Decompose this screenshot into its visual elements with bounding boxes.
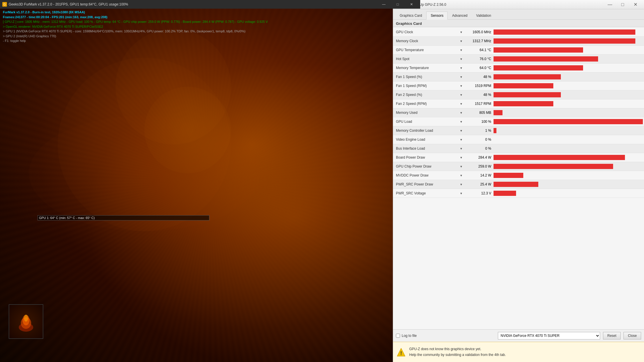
sensor-row: Video Engine Load▼0 % bbox=[393, 135, 644, 144]
furmark-info-line4: > OpenGL renderer: NVIDIA GeForce RTX 40… bbox=[3, 24, 268, 29]
sensor-row: Fan 1 Speed (%)▼48 % bbox=[393, 73, 644, 81]
sensor-row: Memory Temperature▼64.0 °C bbox=[393, 64, 644, 73]
sensor-bar-container bbox=[494, 146, 643, 151]
sensor-dropdown-arrow[interactable]: ▼ bbox=[458, 120, 465, 123]
sensor-bar bbox=[494, 92, 561, 97]
furmark-close-btn[interactable]: ✕ bbox=[405, 0, 418, 9]
gpuz-close-btn[interactable]: ✕ bbox=[629, 0, 642, 9]
sensor-name: Memory Clock bbox=[394, 39, 458, 43]
sensor-bar-container bbox=[494, 182, 643, 187]
sensor-dropdown-arrow[interactable]: ▼ bbox=[458, 183, 465, 186]
gpuz-notice-text: GPU-Z does not know this graphics device… bbox=[409, 346, 506, 357]
tab-sensors[interactable]: Sensors bbox=[426, 12, 448, 20]
sensor-dropdown-arrow[interactable]: ▼ bbox=[458, 156, 465, 159]
sensor-name: Hot Spot bbox=[394, 57, 458, 61]
sensor-value: 48 % bbox=[465, 93, 494, 97]
sensors-table: GPU Clock▼1605.0 MHzMemory Clock▼1312.7 … bbox=[393, 27, 644, 329]
sensor-bar bbox=[494, 56, 598, 62]
sensor-bar-container bbox=[494, 173, 643, 178]
sensor-bar-container bbox=[494, 83, 643, 88]
log-to-file-checkbox[interactable] bbox=[396, 334, 400, 338]
sensor-bar bbox=[494, 101, 553, 106]
sensor-dropdown-arrow[interactable]: ▼ bbox=[458, 66, 465, 70]
sensor-bar-container bbox=[494, 110, 643, 115]
sensor-name: Board Power Draw bbox=[394, 155, 458, 159]
sensor-dropdown-arrow[interactable]: ▼ bbox=[458, 49, 465, 52]
sensor-name: GPU Clock bbox=[394, 30, 458, 34]
sensor-dropdown-arrow[interactable]: ▼ bbox=[458, 138, 465, 141]
log-to-file-label[interactable]: Log to file bbox=[402, 334, 417, 338]
sensor-dropdown-arrow[interactable]: ▼ bbox=[458, 165, 465, 168]
sensor-name: MVDDC Power Draw bbox=[394, 173, 458, 177]
sensor-value: 1605.0 MHz bbox=[465, 30, 494, 34]
furmark-titlebar: G Geeks3D FurMark v1.37.2.0 - 201FPS, GP… bbox=[0, 0, 420, 9]
sensor-bar-container bbox=[494, 74, 643, 79]
sensor-dropdown-arrow[interactable]: ▼ bbox=[458, 93, 465, 96]
furmark-title: Geeks3D FurMark v1.37.2.0 - 201FPS, GPU1… bbox=[9, 2, 128, 6]
furmark-info-line7: - F1: toggle help bbox=[3, 38, 268, 43]
sensor-row: GPU Load▼100 % bbox=[393, 117, 644, 126]
sensor-value: 1519 RPM bbox=[465, 84, 494, 88]
sensor-bar bbox=[494, 191, 516, 196]
gpu-selector[interactable]: NVIDIA GeForce RTX 4070 Ti SUPER bbox=[498, 332, 600, 339]
sensor-row: Board Power Draw▼284.4 W bbox=[393, 153, 644, 162]
sensor-dropdown-arrow[interactable]: ▼ bbox=[458, 40, 465, 43]
sensor-row: MVDDC Power Draw▼14.2 W bbox=[393, 171, 644, 180]
sensor-bar bbox=[494, 47, 583, 53]
gpuz-minimize-btn[interactable]: — bbox=[604, 0, 616, 9]
sensor-dropdown-arrow[interactable]: ▼ bbox=[458, 57, 465, 61]
sensor-bar bbox=[494, 65, 583, 70]
furmark-logo bbox=[9, 304, 43, 339]
sensor-bar bbox=[494, 74, 561, 79]
sensor-value: 25.4 W bbox=[465, 182, 494, 186]
sensor-value: 0 % bbox=[465, 146, 494, 151]
sensor-name: Memory Temperature bbox=[394, 66, 458, 70]
sensor-dropdown-arrow[interactable]: ▼ bbox=[458, 111, 465, 114]
tab-validation[interactable]: Validation bbox=[472, 12, 496, 20]
sensor-bar-container bbox=[494, 47, 643, 53]
sensor-row: GPU Chip Power Draw▼259.0 W bbox=[393, 162, 644, 171]
svg-point-3 bbox=[24, 315, 28, 322]
gpuz-window-controls: — □ ✕ bbox=[604, 0, 642, 9]
sensor-dropdown-arrow[interactable]: ▼ bbox=[458, 129, 465, 132]
gpuz-maximize-btn[interactable]: □ bbox=[616, 0, 629, 9]
sensor-name: Fan 1 Speed (RPM) bbox=[394, 84, 458, 88]
furmark-info-line3: [ GPU-Z ] core: 1605 MHz - mem: 1312 MHz… bbox=[3, 19, 268, 24]
sensor-bar bbox=[494, 119, 643, 124]
close-button[interactable]: Close bbox=[623, 332, 641, 339]
gpuz-titlebar: Z TechPowerUp GPU-Z 2.56.0 — □ ✕ bbox=[393, 0, 644, 9]
sensor-dropdown-arrow[interactable]: ▼ bbox=[458, 84, 465, 88]
sensor-dropdown-arrow[interactable]: ▼ bbox=[458, 31, 465, 34]
sensor-value: 1517 RPM bbox=[465, 102, 494, 106]
sensor-dropdown-arrow[interactable]: ▼ bbox=[458, 102, 465, 105]
sensor-name: Bus Interface Load bbox=[394, 146, 458, 151]
sensor-value: 64.0 °C bbox=[465, 66, 494, 70]
sensor-name: Video Engine Load bbox=[394, 138, 458, 142]
furmark-maximize-btn[interactable]: □ bbox=[391, 0, 404, 9]
sensor-value: 12.3 V bbox=[465, 191, 494, 195]
sensor-bar-container bbox=[494, 65, 643, 70]
sensor-value: 64.1 °C bbox=[465, 48, 494, 52]
sensor-value: 14.2 W bbox=[465, 173, 494, 177]
notice-line1: GPU-Z does not know this graphics device… bbox=[409, 346, 506, 352]
sensor-bar bbox=[494, 164, 613, 169]
sensor-dropdown-arrow[interactable]: ▼ bbox=[458, 75, 465, 79]
sensor-row: PWR_SRC Voltage▼12.3 V bbox=[393, 189, 644, 198]
sensor-bar bbox=[494, 110, 502, 115]
tab-graphics-card[interactable]: Graphics Card bbox=[395, 12, 426, 20]
notice-line2: Help the community by submitting a valid… bbox=[409, 352, 506, 358]
furmark-info-line1: FurMark v1.37.2.0 - Burn-in test, 1920x1… bbox=[3, 10, 268, 15]
sensor-dropdown-arrow[interactable]: ▼ bbox=[458, 174, 465, 177]
sensor-row: Memory Controller Load▼1 % bbox=[393, 126, 644, 135]
sensor-dropdown-arrow[interactable]: ▼ bbox=[458, 192, 465, 195]
furmark-icon: G bbox=[2, 2, 7, 7]
furmark-minimize-btn[interactable]: — bbox=[377, 0, 390, 9]
sensor-bar-container bbox=[494, 119, 643, 124]
warning-icon: ! bbox=[397, 348, 406, 357]
sensor-dropdown-arrow[interactable]: ▼ bbox=[458, 147, 465, 150]
reset-button[interactable]: Reset bbox=[603, 332, 621, 339]
sensor-value: 48 % bbox=[465, 75, 494, 79]
tab-advanced[interactable]: Advanced bbox=[448, 12, 472, 20]
sensor-bar-container bbox=[494, 191, 643, 196]
sensor-bar-container bbox=[494, 101, 643, 106]
